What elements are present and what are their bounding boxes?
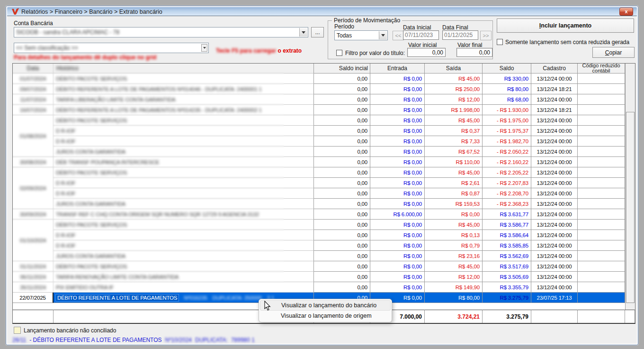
cell-saldo[interactable]: R$ 330,00 bbox=[483, 73, 531, 84]
cell-entrada[interactable]: R$ 0,00 bbox=[370, 115, 425, 126]
cell-saida[interactable]: R$ 0,79 bbox=[425, 240, 483, 251]
cell-saldo[interactable]: R$ 3.586,77 bbox=[483, 220, 531, 230]
cell-saldo[interactable]: R$ 3.562,69 bbox=[483, 251, 531, 261]
cell-cadastro[interactable]: 13/12/24 18:21 bbox=[531, 84, 578, 94]
close-button[interactable]: x bbox=[619, 8, 633, 16]
cell-saida[interactable]: R$ 110,00 bbox=[425, 157, 483, 167]
cell-saldo-inicial[interactable]: 0,00 bbox=[314, 94, 370, 105]
chevron-down-icon[interactable] bbox=[299, 28, 307, 37]
cell-codigo-reduzido[interactable] bbox=[578, 282, 625, 293]
column-header-4[interactable]: Entrada bbox=[370, 64, 425, 73]
cell-entrada[interactable]: R$ 0,00 bbox=[370, 147, 425, 157]
cell-saldo-inicial[interactable]: 0,00 bbox=[314, 167, 370, 178]
cell-saldo-inicial[interactable]: 0,00 bbox=[314, 157, 370, 167]
cell-saida[interactable]: R$ 159,53 bbox=[425, 199, 483, 209]
cell-codigo-reduzido[interactable] bbox=[578, 157, 625, 167]
cell-entrada[interactable]: R$ 0,00 bbox=[370, 167, 425, 178]
cell-entrada[interactable]: R$ 0,00 bbox=[370, 178, 425, 188]
cell-entrada[interactable]: R$ 0,00 bbox=[370, 188, 425, 199]
cell-saida[interactable]: R$ 7,33 bbox=[425, 136, 483, 147]
cell-codigo-reduzido[interactable] bbox=[578, 272, 625, 282]
cell-codigo-reduzido[interactable] bbox=[578, 115, 625, 126]
valor-inicial-field[interactable]: 0,00 bbox=[407, 48, 446, 57]
cell-saida[interactable]: R$ 12,00 bbox=[425, 94, 483, 105]
conta-more-button[interactable]: ... bbox=[311, 27, 324, 37]
cell-saldo[interactable]: R$ 80,00 bbox=[483, 84, 531, 94]
vertical-scrollbar[interactable] bbox=[625, 64, 635, 310]
column-header-6[interactable]: Saldo bbox=[483, 64, 531, 73]
classificacao-combo[interactable]: << Sem classificação >> bbox=[14, 43, 209, 53]
data-final-field[interactable]: 01/12/2025 bbox=[442, 30, 478, 40]
cell-cadastro[interactable]: 13/12/24 00:00 bbox=[531, 126, 578, 136]
prev-period-button[interactable]: << bbox=[393, 31, 404, 40]
cell-entrada[interactable]: R$ 0,00 bbox=[370, 105, 425, 115]
copiar-button[interactable]: Copiar bbox=[592, 47, 635, 58]
cell-saida[interactable]: R$ 149,90 bbox=[425, 282, 483, 293]
cell-saldo-inicial[interactable]: 0,00 bbox=[314, 199, 370, 209]
cell-saldo-inicial[interactable]: 0,00 bbox=[314, 230, 370, 240]
cell-cadastro[interactable]: 23/07/25 17:13 bbox=[531, 293, 578, 303]
cell-saldo-inicial[interactable]: 0,00 bbox=[314, 251, 370, 261]
cell-codigo-reduzido[interactable] bbox=[578, 293, 625, 303]
cell-saldo-inicial[interactable]: 0,00 bbox=[314, 73, 370, 84]
cell-saldo[interactable]: - R$ 2.050,22 bbox=[483, 147, 531, 157]
data-inicial-field[interactable]: 07/11/2023 bbox=[403, 30, 439, 40]
cell-codigo-reduzido[interactable] bbox=[578, 105, 625, 115]
cell-entrada[interactable]: R$ 0,00 bbox=[370, 94, 425, 105]
cell-saldo[interactable]: R$ 3.505,69 bbox=[483, 272, 531, 282]
cell-saida[interactable]: R$ 45,00 bbox=[425, 167, 483, 178]
cell-saldo[interactable]: - R$ 1.930,00 bbox=[483, 105, 531, 115]
cell-saida[interactable]: R$ 0,37 bbox=[425, 126, 483, 136]
cell-saldo[interactable]: R$ 3.275,79 bbox=[483, 293, 531, 303]
cell-codigo-reduzido[interactable] bbox=[578, 167, 625, 178]
chevron-down-icon[interactable] bbox=[201, 44, 207, 52]
scrollbar-thumb[interactable] bbox=[626, 112, 635, 303]
cell-cadastro[interactable]: 13/12/24 00:00 bbox=[531, 115, 578, 126]
cell-saldo-inicial[interactable]: 0,00 bbox=[314, 136, 370, 147]
cell-cadastro[interactable]: 13/12/24 00:00 bbox=[531, 73, 578, 84]
cell-saldo-inicial[interactable]: 0,00 bbox=[314, 240, 370, 251]
next-period-button[interactable]: >> bbox=[480, 31, 492, 40]
incluir-lancamento-button[interactable]: Incluir lançamento bbox=[497, 18, 634, 33]
cell-codigo-reduzido[interactable] bbox=[578, 73, 625, 84]
cell-saldo[interactable]: R$ 3.631,77 bbox=[483, 209, 531, 220]
cell-codigo-reduzido[interactable] bbox=[578, 209, 625, 220]
cell-entrada[interactable]: R$ 0,00 bbox=[370, 84, 425, 94]
cell-saldo-inicial[interactable]: 0,00 bbox=[314, 147, 370, 157]
filtro-valor-checkbox[interactable] bbox=[336, 50, 342, 56]
cell-saldo[interactable]: - R$ 1.975,37 bbox=[483, 126, 531, 136]
cell-cadastro[interactable]: 13/12/24 00:00 bbox=[531, 167, 578, 178]
cell-saida[interactable]: R$ 45,00 bbox=[425, 220, 483, 230]
cell-saida[interactable]: R$ 250,00 bbox=[425, 84, 483, 94]
cell-saida[interactable]: R$ 0,87 bbox=[425, 188, 483, 199]
cell-codigo-reduzido[interactable] bbox=[578, 199, 625, 209]
column-header-7[interactable]: Cadastro bbox=[531, 64, 578, 73]
cell-saida[interactable]: R$ 80,00 bbox=[425, 293, 483, 303]
cell-saida[interactable]: R$ 1.998,00 bbox=[425, 105, 483, 115]
column-header-8[interactable]: Código reduzido contábil bbox=[578, 64, 625, 73]
cell-cadastro[interactable]: 13/12/24 00:00 bbox=[531, 188, 578, 199]
cell-entrada[interactable]: R$ 0,00 bbox=[370, 157, 425, 167]
cell-cadastro[interactable]: 13/12/24 00:00 bbox=[531, 147, 578, 157]
cell-entrada[interactable]: R$ 0,00 bbox=[370, 240, 425, 251]
cell-saldo-inicial[interactable]: 0,00 bbox=[314, 115, 370, 126]
cell-cadastro[interactable]: 13/12/24 00:00 bbox=[531, 272, 578, 282]
periodo-combo[interactable]: Todas bbox=[334, 30, 388, 40]
cell-saldo[interactable]: - R$ 2.208,70 bbox=[483, 188, 531, 199]
cell-cadastro[interactable]: 13/12/24 00:00 bbox=[531, 220, 578, 230]
cell-saldo-inicial[interactable]: 0,00 bbox=[314, 209, 370, 220]
menu-item-visualizar-origem[interactable]: Visualizar o lançamento de origem bbox=[260, 311, 391, 321]
cell-saida[interactable]: R$ 0,13 bbox=[425, 230, 483, 240]
cell-saldo-inicial[interactable]: 0,00 bbox=[314, 188, 370, 199]
cell-saldo[interactable]: - R$ 2.205,22 bbox=[483, 167, 531, 178]
conta-bancaria-combo[interactable]: SICOOB - sandra CLARA APCIMAC - 78 bbox=[14, 27, 308, 37]
cell-codigo-reduzido[interactable] bbox=[578, 251, 625, 261]
cell-entrada[interactable]: R$ 0,00 bbox=[370, 230, 425, 240]
cell-saldo-inicial[interactable]: 0,00 bbox=[314, 178, 370, 188]
cell-saida[interactable]: R$ 2,61 bbox=[425, 178, 483, 188]
column-header-3[interactable]: Saldo incial bbox=[314, 64, 370, 73]
cell-cadastro[interactable]: 13/12/24 00:00 bbox=[531, 240, 578, 251]
cell-saldo-inicial[interactable]: 0,00 bbox=[314, 126, 370, 136]
cell-entrada[interactable]: R$ 0,00 bbox=[370, 251, 425, 261]
cell-entrada[interactable]: R$ 0,00 bbox=[370, 126, 425, 136]
